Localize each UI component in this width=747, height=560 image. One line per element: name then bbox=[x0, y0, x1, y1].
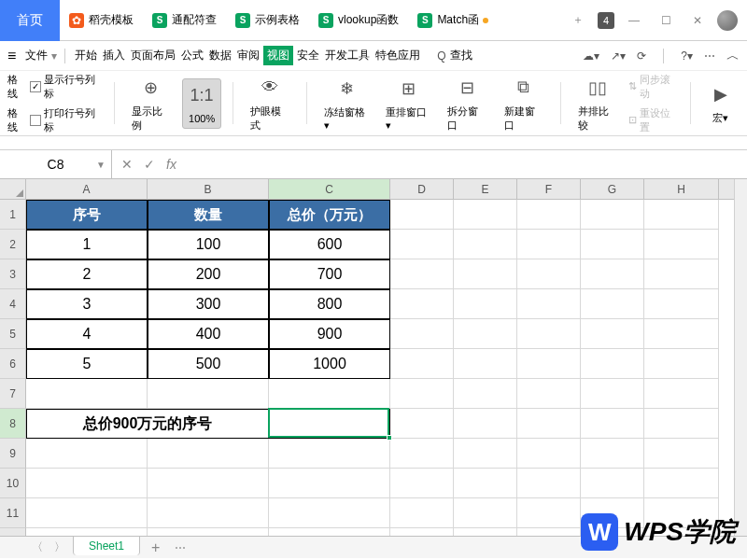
cell[interactable] bbox=[148, 379, 269, 409]
close-button[interactable]: ✕ bbox=[685, 8, 710, 33]
cell[interactable] bbox=[390, 379, 454, 409]
eye-mode-button[interactable]: 👁 护眼模式 bbox=[245, 71, 295, 136]
cell[interactable]: 400 bbox=[148, 319, 269, 349]
cell[interactable]: 1000 bbox=[269, 349, 390, 379]
cell[interactable]: 2 bbox=[26, 259, 148, 289]
cell[interactable] bbox=[454, 200, 517, 230]
cell[interactable]: 900 bbox=[269, 319, 390, 349]
cell[interactable] bbox=[644, 439, 719, 469]
cell[interactable]: 5 bbox=[26, 349, 148, 379]
cell[interactable] bbox=[517, 200, 581, 230]
file-menu[interactable]: 文件 bbox=[23, 45, 49, 66]
cell[interactable]: 总价900万元的序号 bbox=[26, 409, 269, 439]
menu-start[interactable]: 开始 bbox=[73, 45, 99, 66]
cell[interactable]: 500 bbox=[148, 349, 269, 379]
cell[interactable] bbox=[148, 498, 269, 528]
fill-handle[interactable] bbox=[387, 435, 392, 441]
cell[interactable]: 总价（万元） bbox=[269, 200, 390, 230]
cell[interactable] bbox=[644, 319, 719, 349]
cell[interactable] bbox=[454, 319, 517, 349]
cell[interactable] bbox=[644, 409, 719, 439]
menu-view[interactable]: 视图 bbox=[263, 46, 293, 65]
row-header-6[interactable]: 6 bbox=[0, 349, 26, 379]
cell[interactable] bbox=[390, 439, 454, 469]
cell[interactable]: 100 bbox=[148, 230, 269, 259]
cells[interactable]: 序号数量总价（万元）110060022007003300800440090055… bbox=[26, 200, 734, 558]
cell[interactable] bbox=[517, 259, 581, 289]
search-button[interactable]: 查找 bbox=[448, 45, 474, 66]
row-header-10[interactable]: 10 bbox=[0, 469, 26, 498]
menu-review[interactable]: 审阅 bbox=[235, 45, 261, 66]
cell[interactable] bbox=[454, 289, 517, 319]
cell[interactable] bbox=[390, 409, 454, 439]
share-icon[interactable]: ↗▾ bbox=[611, 49, 626, 63]
cell[interactable] bbox=[390, 349, 454, 379]
name-box[interactable]: C8 ▼ bbox=[0, 150, 112, 178]
cell[interactable] bbox=[644, 349, 719, 379]
sheet-list-icon[interactable]: ⋯ bbox=[171, 541, 190, 554]
sheet-prev-icon[interactable]: 〈 bbox=[28, 539, 47, 555]
cell[interactable] bbox=[269, 439, 390, 469]
menu-security[interactable]: 安全 bbox=[295, 45, 321, 66]
accept-icon[interactable]: ✓ bbox=[144, 157, 155, 172]
col-header-E[interactable]: E bbox=[454, 179, 517, 199]
fx-icon[interactable]: fx bbox=[166, 157, 176, 172]
cell[interactable] bbox=[581, 259, 644, 289]
add-sheet-button[interactable]: + bbox=[144, 539, 167, 556]
cell[interactable] bbox=[454, 498, 517, 528]
cell[interactable] bbox=[581, 349, 644, 379]
split-button[interactable]: ⊟ 拆分窗口 bbox=[442, 71, 492, 136]
cell[interactable]: 700 bbox=[269, 259, 390, 289]
menu-devtools[interactable]: 开发工具 bbox=[323, 45, 372, 66]
hamburger-icon[interactable]: ≡ bbox=[7, 48, 16, 64]
cell[interactable] bbox=[517, 439, 581, 469]
cell[interactable]: 数量 bbox=[148, 200, 269, 230]
collapse-ribbon-icon[interactable]: ︿ bbox=[726, 48, 740, 64]
cell[interactable]: 3 bbox=[26, 289, 148, 319]
new-window-button[interactable]: ⧉ 新建窗口 bbox=[499, 71, 549, 136]
tab-count-badge[interactable]: 4 bbox=[598, 12, 614, 29]
show-rowcol-checkbox[interactable]: ✓ bbox=[30, 81, 41, 92]
cell[interactable] bbox=[454, 259, 517, 289]
new-tab-button[interactable]: ＋ bbox=[566, 8, 590, 33]
cell[interactable]: 1 bbox=[26, 230, 148, 259]
cell[interactable] bbox=[148, 439, 269, 469]
cloud-icon[interactable]: ☁▾ bbox=[583, 49, 599, 63]
tab-doc-3[interactable]: S vlookup函数 bbox=[309, 0, 408, 41]
sheet-next-icon[interactable]: 〉 bbox=[50, 539, 69, 555]
row-header-2[interactable]: 2 bbox=[0, 230, 26, 259]
cell[interactable] bbox=[269, 498, 390, 528]
cell[interactable] bbox=[517, 469, 581, 498]
row-header-1[interactable]: 1 bbox=[0, 200, 26, 230]
cell[interactable] bbox=[390, 289, 454, 319]
tab-doc-2[interactable]: S 示例表格 bbox=[226, 0, 309, 41]
row-header-9[interactable]: 9 bbox=[0, 439, 26, 469]
refresh-icon[interactable]: ⟳ bbox=[637, 49, 646, 63]
menu-layout[interactable]: 页面布局 bbox=[129, 45, 177, 66]
cell[interactable] bbox=[517, 319, 581, 349]
cell[interactable] bbox=[390, 498, 454, 528]
cell[interactable] bbox=[269, 469, 390, 498]
cell[interactable] bbox=[517, 379, 581, 409]
select-all-corner[interactable] bbox=[0, 179, 26, 200]
cell[interactable] bbox=[644, 379, 719, 409]
cell[interactable] bbox=[644, 230, 719, 259]
cell[interactable] bbox=[517, 349, 581, 379]
freeze-button[interactable]: ❄ 冻结窗格▾ bbox=[318, 72, 374, 135]
cell[interactable] bbox=[581, 200, 644, 230]
cell[interactable] bbox=[517, 409, 581, 439]
row-header-5[interactable]: 5 bbox=[0, 319, 26, 349]
tab-doc-1[interactable]: S 通配符查 bbox=[143, 0, 226, 41]
menu-apps[interactable]: 特色应用 bbox=[374, 45, 422, 66]
cell[interactable] bbox=[517, 498, 581, 528]
sheet-tab[interactable]: Sheet1 bbox=[73, 536, 140, 555]
cell[interactable] bbox=[517, 230, 581, 259]
cell[interactable] bbox=[26, 439, 148, 469]
cell[interactable] bbox=[454, 230, 517, 259]
more-icon[interactable]: ⋯ bbox=[704, 49, 715, 63]
menu-data[interactable]: 数据 bbox=[207, 45, 233, 66]
avatar[interactable] bbox=[717, 10, 738, 31]
cell[interactable] bbox=[390, 319, 454, 349]
cell[interactable] bbox=[581, 230, 644, 259]
cell[interactable] bbox=[390, 200, 454, 230]
